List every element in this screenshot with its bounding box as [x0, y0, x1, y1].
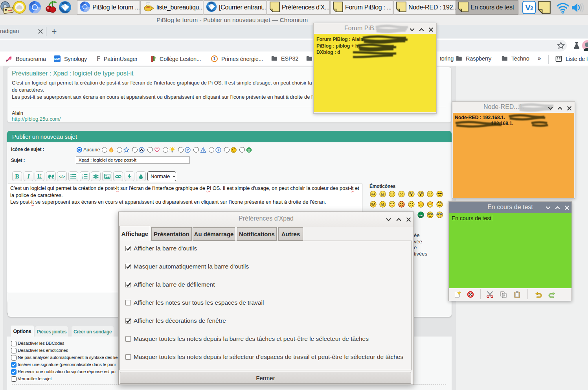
svg-text:i: i: [218, 148, 219, 152]
svg-text:3: 3: [82, 177, 83, 179]
svg-text:?: ?: [186, 148, 189, 152]
svg-text:1: 1: [213, 57, 216, 61]
